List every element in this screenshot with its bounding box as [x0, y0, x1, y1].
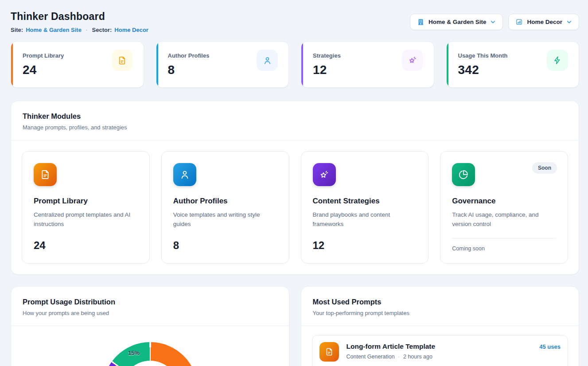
building-icon — [417, 18, 424, 26]
prompts-panel-header: Most Used Prompts Your top-performing pr… — [301, 287, 579, 326]
donut-chart: 15% — [103, 342, 198, 366]
sector-label: Sector: — [92, 27, 112, 33]
divider — [452, 238, 556, 238]
module-title: Governance — [452, 197, 556, 206]
prompt-category: Content Generation — [347, 354, 395, 360]
usage-panel-title: Prompt Usage Distribution — [23, 298, 277, 306]
modules-grid: Prompt Library Centralized prompt templa… — [11, 140, 579, 274]
prompts-panel-title: Most Used Prompts — [313, 298, 568, 306]
site-link[interactable]: Home & Garden Site — [26, 27, 82, 33]
most-used-prompts-card: Most Used Prompts Your top-performing pr… — [301, 286, 580, 366]
prompt-list-item[interactable]: Long-form Article Template Content Gener… — [312, 335, 569, 366]
breadcrumb: Site: Home & Garden Site · Sector: Home … — [11, 27, 148, 33]
stats-row: Prompt Library 24 Author Profiles 8 Stra… — [11, 41, 579, 88]
bolt-icon — [547, 50, 568, 71]
prompt-time: 2 hours ago — [403, 354, 432, 360]
sector-selector-value: Home Decor — [527, 19, 562, 25]
page-header: Thinker Dashboard Site: Home & Garden Si… — [11, 11, 579, 33]
stat-card-strategies: Strategies 12 — [301, 41, 434, 88]
module-description: Brand playbooks and content frameworks — [313, 210, 417, 229]
coming-soon-text: Coming soon — [452, 245, 556, 252]
sparkle-star-icon — [313, 163, 336, 186]
stat-card-usage: Usage This Month 342 — [446, 41, 580, 88]
stat-card-prompt-library: Prompt Library 24 — [11, 41, 144, 88]
sector-link[interactable]: Home Decor — [114, 27, 148, 33]
module-count: 8 — [173, 239, 277, 252]
stat-card-author-profiles: Author Profiles 8 — [156, 41, 289, 88]
module-description: Track AI usage, compliance, and version … — [452, 210, 556, 229]
separator-dot: · — [398, 354, 400, 359]
usage-panel-subtitle: How your prompts are being used — [23, 310, 277, 316]
module-card-governance[interactable]: Soon Governance Track AI usage, complian… — [440, 151, 568, 264]
module-title: Content Strategies — [313, 197, 417, 206]
page-title: Thinker Dashboard — [11, 11, 148, 23]
module-title: Prompt Library — [34, 197, 138, 206]
prompt-item-title: Long-form Article Template — [347, 343, 540, 350]
header-actions: Home & Garden Site Home Decor — [410, 14, 579, 30]
modules-section-subtitle: Manage prompts, profiles, and strategies — [23, 124, 567, 131]
document-icon — [34, 163, 57, 186]
person-icon — [257, 50, 278, 71]
bottom-row: Prompt Usage Distribution How your promp… — [11, 286, 579, 366]
site-selector-dropdown[interactable]: Home & Garden Site — [410, 14, 503, 30]
pie-chart-icon — [452, 163, 475, 186]
soon-badge: Soon — [532, 162, 557, 174]
site-label: Site: — [11, 27, 23, 33]
site-selector-value: Home & Garden Site — [428, 19, 487, 25]
module-count: 24 — [34, 239, 138, 252]
module-description: Centralized prompt templates and AI inst… — [34, 210, 138, 229]
module-description: Voice templates and writing style guides — [173, 210, 277, 229]
usage-panel-header: Prompt Usage Distribution How your promp… — [11, 287, 289, 326]
module-card-author-profiles[interactable]: Author Profiles Voice templates and writ… — [161, 151, 289, 264]
chevron-down-icon — [490, 19, 496, 25]
module-card-prompt-library[interactable]: Prompt Library Centralized prompt templa… — [22, 151, 150, 264]
module-count: 12 — [313, 239, 417, 252]
document-icon — [319, 342, 339, 362]
prompt-usage-distribution-card: Prompt Usage Distribution How your promp… — [11, 286, 289, 366]
bar-chart-icon — [515, 18, 523, 26]
chevron-down-icon — [566, 19, 572, 25]
prompt-item-meta: Content Generation · 2 hours ago — [347, 354, 540, 360]
prompt-item-text: Long-form Article Template Content Gener… — [347, 342, 540, 360]
separator-dot: · — [84, 27, 90, 33]
sector-selector-dropdown[interactable]: Home Decor — [508, 14, 579, 30]
module-card-content-strategies[interactable]: Content Strategies Brand playbooks and c… — [301, 151, 429, 264]
module-title: Author Profiles — [173, 197, 277, 206]
prompts-list: Long-form Article Template Content Gener… — [301, 326, 579, 366]
sparkle-star-icon — [402, 50, 423, 71]
modules-section-title: Thinker Modules — [23, 112, 567, 121]
thinker-modules-section: Thinker Modules Manage prompts, profiles… — [11, 101, 579, 275]
donut-segment-label: 15% — [121, 350, 147, 356]
person-icon — [173, 163, 196, 186]
donut-chart-area: 15% — [11, 326, 289, 366]
dashboard-page: Thinker Dashboard Site: Home & Garden Si… — [0, 0, 588, 366]
header-titles: Thinker Dashboard Site: Home & Garden Si… — [11, 11, 148, 33]
document-icon — [112, 50, 133, 71]
prompts-panel-subtitle: Your top-performing prompt templates — [313, 310, 568, 316]
modules-section-header: Thinker Modules Manage prompts, profiles… — [11, 101, 579, 140]
prompt-uses-count: 45 uses — [539, 342, 561, 350]
